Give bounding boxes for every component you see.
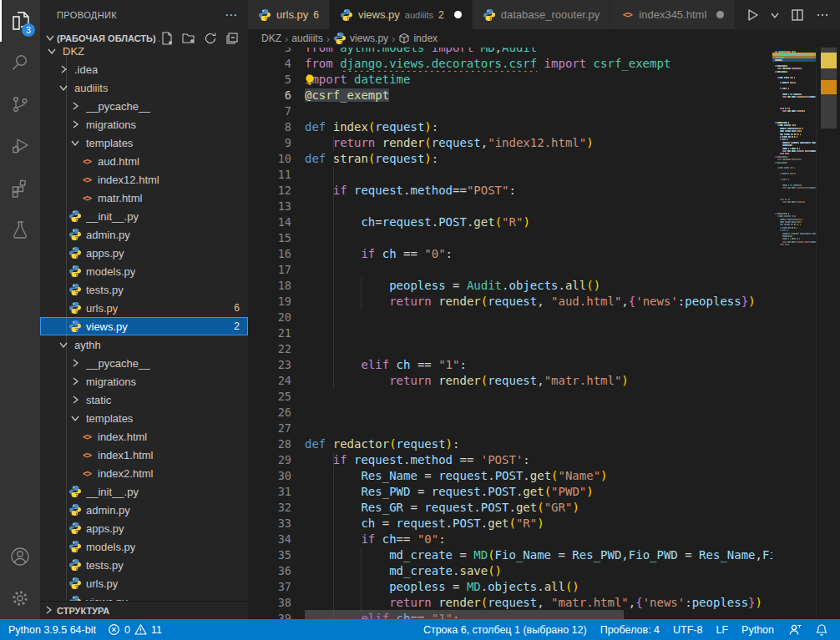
- tree-item-tests.py[interactable]: tests.py: [40, 556, 248, 574]
- cursor-position-status[interactable]: Строка 6, столбец 1 (выбрано 12): [423, 624, 587, 636]
- tree-item-__pycache__[interactable]: __pycache__: [40, 354, 248, 372]
- breadcrumb-item-DKZ[interactable]: DKZ: [261, 33, 281, 44]
- tree-item-index2.html[interactable]: <>index2.html: [40, 464, 248, 482]
- lightbulb-icon[interactable]: [305, 73, 316, 88]
- tree-item-urls.py[interactable]: urls.py6: [40, 299, 248, 317]
- tree-item-label: tests.py: [86, 559, 124, 572]
- tree-item-label: index1.html: [98, 449, 153, 461]
- code-line-35: 35 md_create = MD(Fio_Name = Res_PWD,Fio…: [248, 547, 772, 563]
- tab-views.py[interactable]: views.pyaudiiits2: [330, 0, 473, 29]
- python-file-icon: [68, 485, 82, 498]
- tree-item-__pycache__[interactable]: __pycache__: [40, 97, 248, 115]
- tab-database_roouter.py[interactable]: database_roouter.py: [473, 0, 611, 29]
- more-button[interactable]: [815, 8, 830, 23]
- line-number: 36: [248, 563, 291, 579]
- breadcrumb-item-index[interactable]: index: [398, 33, 438, 44]
- tree-item-urls.py[interactable]: urls.py: [40, 574, 248, 592]
- problems-status[interactable]: 011: [108, 623, 162, 636]
- activity-source-control-button[interactable]: [0, 83, 40, 125]
- explorer-more-actions-button[interactable]: ⋯: [225, 8, 238, 23]
- line-number: 31: [248, 484, 291, 500]
- code-area[interactable]: 3from aythh.models import MD,Audit4from …: [248, 48, 772, 619]
- overview-ruler[interactable]: [816, 48, 840, 619]
- workspace-section-header[interactable]: (РАБОЧАЯ ОБЛАСТЬ) ...: [40, 29, 248, 48]
- tree-item-templates[interactable]: templates: [40, 409, 248, 427]
- tree-item-label: models.py: [86, 541, 135, 553]
- interpreter-status[interactable]: Python 3.9.5 64-bit: [8, 624, 96, 636]
- breadcrumb-item-audiiits[interactable]: audiiits: [291, 33, 322, 44]
- tree-item-label: views.py: [86, 320, 128, 333]
- refresh-button[interactable]: [203, 31, 218, 46]
- tree-item-__init__.py[interactable]: __init__.py: [40, 207, 248, 225]
- encoding-status[interactable]: UTF-8: [673, 624, 702, 636]
- run-button[interactable]: [745, 8, 760, 23]
- minimap[interactable]: [772, 48, 816, 619]
- tree-item-views.py[interactable]: views.py2: [40, 317, 248, 335]
- tree-item-label: migrations: [86, 118, 136, 131]
- indentation-status[interactable]: Пробелов: 4: [600, 624, 660, 636]
- tree-item-models.py[interactable]: models.py: [40, 537, 248, 556]
- tree-item-.idea[interactable]: .idea: [40, 60, 248, 78]
- tree-item-apps.py[interactable]: apps.py: [40, 244, 248, 262]
- activity-settings-button[interactable]: [0, 577, 40, 619]
- tree-item-aythh[interactable]: aythh: [40, 335, 248, 354]
- activity-account-button[interactable]: [0, 536, 40, 577]
- file-tree: DKZ.ideaaudiiits__pycache__migrationstem…: [40, 42, 248, 601]
- line-number: 5: [248, 72, 291, 88]
- tree-item-label: __pycache__: [86, 100, 150, 113]
- tree-item-index12.html[interactable]: <>index12.html: [40, 170, 248, 189]
- tree-item-audiiits[interactable]: audiiits: [40, 78, 248, 97]
- tree-item-index.html[interactable]: <>index.html: [40, 427, 248, 446]
- horizontal-scrollbar[interactable]: [305, 610, 624, 619]
- code-line-37: 37 peopless = MD.objects.all(): [248, 579, 772, 595]
- new-folder-button[interactable]: [181, 31, 196, 46]
- tab-urls.py[interactable]: urls.py6: [248, 0, 330, 29]
- new-file-button[interactable]: [159, 31, 175, 46]
- tab-bar: urls.py6views.pyaudiiits2database_rooute…: [248, 0, 840, 29]
- tree-item-apps.py[interactable]: apps.py: [40, 519, 248, 537]
- activity-bar: 3: [0, 0, 40, 619]
- editor[interactable]: 3from aythh.models import MD,Audit4from …: [248, 48, 840, 619]
- python-file-icon: [68, 558, 82, 572]
- tree-item-migrations[interactable]: migrations: [40, 115, 248, 134]
- python-file-icon: [68, 320, 82, 333]
- tree-item-admin.py[interactable]: admin.py: [40, 225, 248, 244]
- code-line-31: 31 Res_PWD = request.POST.get("PWD"): [248, 484, 772, 500]
- activity-testing-button[interactable]: [0, 209, 40, 250]
- python-file-icon: [258, 8, 271, 22]
- breadcrumb: DKZ›audiiits›views.py›index: [248, 29, 840, 48]
- dirty-dot-icon[interactable]: [716, 11, 724, 18]
- dirty-dot-icon[interactable]: [454, 11, 462, 18]
- tree-item-aud.html[interactable]: <>aud.html: [40, 152, 248, 170]
- tree-item-migrations[interactable]: migrations: [40, 372, 248, 391]
- tree-item-views.py[interactable]: views.py: [40, 592, 248, 601]
- outline-section-header[interactable]: СТРУКТУРА: [40, 601, 248, 619]
- tree-item-index1.html[interactable]: <>index1.html: [40, 446, 248, 464]
- tab-label: views.py: [358, 8, 400, 21]
- source-control-icon: [10, 94, 30, 114]
- language-mode-status[interactable]: Python: [741, 624, 774, 636]
- tree-item-matr.html[interactable]: <>matr.html: [40, 189, 248, 207]
- tree-item-templates[interactable]: templates: [40, 134, 248, 152]
- feedback-button[interactable]: [787, 623, 802, 636]
- collapse-all-button[interactable]: [225, 31, 240, 46]
- activity-run-debug-button[interactable]: [0, 125, 40, 167]
- split-editor-button[interactable]: [790, 8, 805, 23]
- activity-search-button[interactable]: [0, 42, 40, 83]
- activity-extensions-button[interactable]: [0, 167, 40, 209]
- more-icon: [815, 8, 830, 23]
- html-file-icon: <>: [83, 157, 91, 166]
- tree-item-models.py[interactable]: models.py: [40, 262, 248, 280]
- eol-status[interactable]: LF: [716, 624, 728, 636]
- tab-index345.html[interactable]: <>index345.html: [610, 0, 735, 29]
- breadcrumb-item-views.py[interactable]: views.py: [333, 32, 388, 45]
- line-number: 15: [248, 230, 291, 246]
- tree-item-__init__.py[interactable]: __init__.py: [40, 482, 248, 501]
- line-number: 39: [248, 611, 291, 619]
- tree-item-static[interactable]: static: [40, 391, 248, 409]
- tree-item-tests.py[interactable]: tests.py: [40, 280, 248, 299]
- activity-explorer-button[interactable]: 3: [0, 0, 40, 42]
- notifications-button[interactable]: [815, 623, 828, 637]
- tree-item-admin.py[interactable]: admin.py: [40, 501, 248, 519]
- chevron-down-button[interactable]: [770, 10, 780, 20]
